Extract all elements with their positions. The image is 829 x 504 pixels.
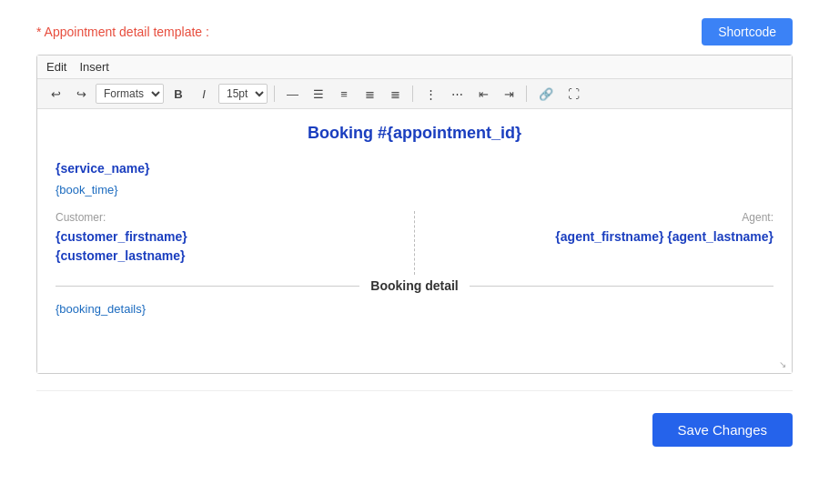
fullscreen-button[interactable]: ⛶ [562,85,585,104]
list-ol-button[interactable]: ⋯ [446,85,469,104]
menu-insert[interactable]: Insert [79,60,109,74]
undo-button[interactable]: ↩ [45,85,66,104]
customer-lastname: {customer_lastname} [56,247,396,266]
content-book-time: {book_time} [56,183,773,197]
save-changes-button[interactable]: Save Changes [652,413,793,447]
link-icon: 🔗 [539,87,553,101]
outdent-button[interactable]: ⇤ [472,85,494,104]
undo-icon: ↩ [51,87,61,101]
resize-handle[interactable]: ↘ [779,360,788,369]
content-service-name: {service_name} [56,161,773,176]
italic-button[interactable]: I [193,85,215,104]
bold-button[interactable]: B [167,85,189,104]
list-ul-icon: ⋮ [425,87,437,101]
hr-button[interactable]: — [281,85,304,104]
list-ul-button[interactable]: ⋮ [420,85,442,104]
align-right-icon: ≣ [365,87,375,101]
content-booking-details: {booking_details} [56,302,773,316]
editor-toolbar: ↩ ↪ Formats B I 15pt — ☰ ≡ ≣ ≣ ⋮ ⋯ ⇤ ⇥ 🔗… [37,79,792,109]
editor-menubar: Edit Insert [37,55,792,79]
toolbar-sep-2 [412,86,413,102]
redo-button[interactable]: ↪ [70,85,92,104]
menu-edit[interactable]: Edit [46,60,66,74]
agent-column: Agent: {agent_firstname} {agent_lastname… [433,211,773,275]
shortcode-button[interactable]: Shortcode [702,18,793,45]
hr-icon: — [287,87,298,101]
customer-firstname: {customer_firstname} [56,227,396,247]
toolbar-sep-1 [274,86,275,102]
agent-label: Agent: [433,211,773,224]
outdent-icon: ⇤ [479,87,489,101]
redo-icon: ↪ [76,87,86,101]
page-divider [36,390,793,391]
agent-name: {agent_firstname} {agent_lastname} [433,227,773,247]
booking-detail-line-left [56,286,359,287]
formats-select[interactable]: Formats [96,84,164,104]
align-justify-button[interactable]: ≣ [384,85,406,104]
editor-content[interactable]: Booking #{appointment_id} {service_name}… [37,109,792,373]
align-justify-icon: ≣ [390,87,400,101]
booking-detail-heading: Booking detail [370,278,458,293]
indent-icon: ⇥ [504,87,514,101]
align-left-icon: ☰ [313,87,324,101]
booking-detail-line-right [470,286,773,287]
align-center-button[interactable]: ≡ [333,85,355,104]
customer-label: Customer: [56,211,396,224]
column-divider [414,211,415,275]
fullscreen-icon: ⛶ [568,87,580,101]
indent-button[interactable]: ⇥ [498,85,520,104]
booking-detail-row: Booking detail [56,278,773,293]
link-button[interactable]: 🔗 [533,85,559,104]
content-title: Booking #{appointment_id} [56,124,773,143]
footer-row: Save Changes [36,408,793,447]
editor-wrapper: Edit Insert ↩ ↪ Formats B I 15pt — ☰ ≡ ≣… [36,55,793,374]
list-ol-icon: ⋯ [451,87,463,101]
font-size-select[interactable]: 15pt [218,84,268,104]
align-right-button[interactable]: ≣ [359,85,380,104]
customer-column: Customer: {customer_firstname} {customer… [56,211,396,275]
template-label-row: * Appointment detail template : Shortcod… [36,18,793,45]
toolbar-sep-3 [526,86,527,102]
align-left-button[interactable]: ☰ [308,85,329,104]
template-label: * Appointment detail template : [36,25,209,39]
align-center-icon: ≡ [340,87,348,101]
content-customer-agent-row: Customer: {customer_firstname} {customer… [56,211,773,275]
